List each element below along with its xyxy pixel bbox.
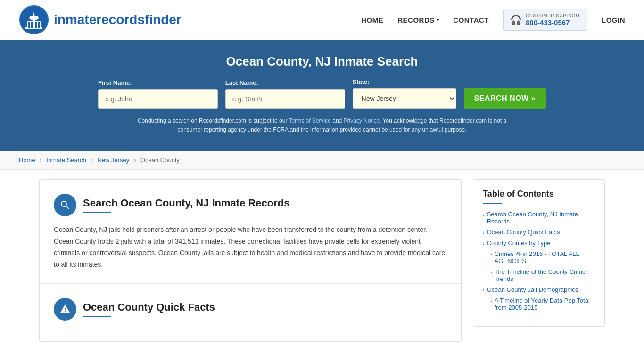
svg-rect-8 <box>35 22 37 28</box>
toc-link[interactable]: ›Ocean County Quick Facts <box>483 229 595 236</box>
toc-link[interactable]: ›A Timeline of Yearly Data Pop Total fro… <box>490 297 595 311</box>
chevron-right-icon: › <box>483 287 485 293</box>
section1-title-block: Search Ocean County, NJ Inmate Records <box>83 197 290 213</box>
breadcrumb-new-jersey[interactable]: New Jersey <box>97 156 129 164</box>
content-left: Search Ocean County, NJ Inmate Records O… <box>39 179 462 342</box>
search-records-section: Search Ocean County, NJ Inmate Records O… <box>40 180 461 284</box>
toc-link[interactable]: ›Ocean County Jail Demographics <box>483 286 595 293</box>
svg-rect-7 <box>31 22 33 28</box>
first-name-input[interactable] <box>98 89 218 109</box>
section2-title: Ocean County Quick Facts <box>83 301 215 313</box>
chevron-right-icon: › <box>490 298 492 304</box>
toc-item: ›Search Ocean County, NJ Inmate Records <box>483 211 595 225</box>
chevron-right-icon: › <box>490 251 492 257</box>
customer-support-box: 🎧 CUSTOMER SUPPORT 800-433-0567 <box>503 9 587 31</box>
main-nav: HOME RECORDS ▾ CONTACT 🎧 CUSTOMER SUPPOR… <box>361 9 625 31</box>
hero-section: Ocean County, NJ Inmate Search First Nam… <box>0 40 644 151</box>
toc-title: Table of Contents <box>483 189 595 199</box>
toc-link[interactable]: ›Search Ocean County, NJ Inmate Records <box>483 211 595 225</box>
support-label: CUSTOMER SUPPORT <box>526 13 580 18</box>
breadcrumb-sep-1: › <box>40 156 41 164</box>
toc-item: ›Crimes % in 2016 - TOTAL ALL AGENCIES <box>483 250 595 264</box>
toc-sidebar: Table of Contents ›Search Ocean County, … <box>473 179 605 327</box>
nav-login[interactable]: LOGIN <box>602 16 625 24</box>
search-button[interactable]: SEARCH NOW » <box>464 88 546 109</box>
terms-link[interactable]: Terms of Service <box>289 117 331 124</box>
support-number: 800-433-0567 <box>526 18 580 26</box>
toc-link[interactable]: ›Crimes % in 2016 - TOTAL ALL AGENCIES <box>490 250 595 264</box>
first-name-label: First Name: <box>98 79 132 86</box>
breadcrumb-sep-2: › <box>91 156 92 164</box>
info-icon-circle <box>54 298 76 321</box>
toc-item: ›The Timeline of the County Crime Trends <box>483 268 595 282</box>
main-content: Search Ocean County, NJ Inmate Records O… <box>20 179 624 342</box>
chevron-down-icon: ▾ <box>437 17 439 23</box>
privacy-link[interactable]: Privacy Notice <box>344 117 380 124</box>
svg-rect-6 <box>28 22 30 28</box>
section2-underline <box>83 316 111 317</box>
toc-link[interactable]: ›The Timeline of the County Crime Trends <box>490 268 595 282</box>
toc-item: ›Ocean County Quick Facts <box>483 229 595 236</box>
toc-underline <box>483 203 502 204</box>
breadcrumb-inmate-search[interactable]: Inmate Search <box>46 156 86 164</box>
section1-body: Ocean County, NJ jails hold prisoners af… <box>54 224 447 270</box>
state-group: State: New Jersey <box>353 78 456 109</box>
first-name-group: First Name: <box>98 79 218 109</box>
section1-underline <box>83 212 111 213</box>
last-name-input[interactable] <box>225 89 345 109</box>
section2-header: Ocean County Quick Facts <box>54 298 447 321</box>
section1-title: Search Ocean County, NJ Inmate Records <box>83 197 290 209</box>
section1-header: Search Ocean County, NJ Inmate Records <box>54 194 447 216</box>
svg-rect-9 <box>38 22 40 28</box>
breadcrumb-home[interactable]: Home <box>19 156 35 164</box>
logo-text: inmaterecordsfinder <box>54 12 182 27</box>
search-icon <box>59 199 71 211</box>
section2-title-block: Ocean County Quick Facts <box>83 301 215 317</box>
toc-link[interactable]: ›County Crimes by Type <box>483 239 595 247</box>
toc-item: ›County Crimes by Type <box>483 239 595 247</box>
chevron-right-icon: › <box>483 240 485 246</box>
headset-icon: 🎧 <box>510 14 522 25</box>
hero-title: Ocean County, NJ Inmate Search <box>19 54 625 69</box>
last-name-group: Last Name: <box>225 79 345 109</box>
disclaimer-text: Conducting a search on Recordsfinder.com… <box>133 116 511 134</box>
chevron-right-icon: › <box>490 269 492 275</box>
search-icon-circle <box>54 194 76 216</box>
toc-item: ›Ocean County Jail Demographics <box>483 286 595 293</box>
svg-rect-2 <box>25 27 42 29</box>
toc-item: ›A Timeline of Yearly Data Pop Total fro… <box>483 297 595 311</box>
chevron-right-icon: › <box>483 212 485 217</box>
chevron-right-icon: › <box>483 230 485 235</box>
breadcrumb-sep-3: › <box>134 156 136 164</box>
nav-records[interactable]: RECORDS ▾ <box>397 16 439 24</box>
search-form: First Name: Last Name: State: New Jersey… <box>98 78 546 109</box>
logo[interactable]: inmaterecordsfinder <box>19 5 182 35</box>
quick-facts-section: Ocean County Quick Facts <box>40 284 461 341</box>
last-name-label: Last Name: <box>225 79 258 86</box>
breadcrumb: Home › Inmate Search › New Jersey › Ocea… <box>0 151 644 170</box>
nav-contact[interactable]: CONTACT <box>453 16 489 24</box>
state-select[interactable]: New Jersey <box>353 88 456 109</box>
breadcrumb-ocean-county: Ocean County <box>140 156 180 164</box>
nav-home[interactable]: HOME <box>361 16 383 24</box>
logo-icon <box>19 5 49 35</box>
support-info: CUSTOMER SUPPORT 800-433-0567 <box>526 13 580 26</box>
toc-list: ›Search Ocean County, NJ Inmate Records›… <box>483 211 595 311</box>
warning-icon <box>59 304 71 315</box>
site-header: inmaterecordsfinder HOME RECORDS ▾ CONTA… <box>0 0 644 40</box>
state-label: State: <box>353 78 370 85</box>
